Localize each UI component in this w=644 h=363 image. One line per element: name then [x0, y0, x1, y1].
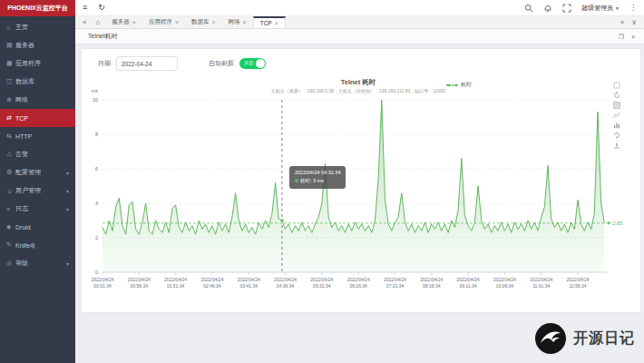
sidebar-item-告警[interactable]: ⚠ 告警 [0, 145, 75, 163]
svg-text:2022/04/24: 2022/04/24 [493, 277, 516, 282]
more-options-icon[interactable]: ⋮ [629, 4, 637, 12]
sidebar-item-日志[interactable]: ≡ 日志 ▾ [0, 200, 75, 218]
chevron-down-icon: ▾ [66, 188, 69, 194]
panel-window-controls: ❐ × [619, 34, 635, 40]
sidebar-item-icon: ⚙ [6, 169, 15, 176]
chevron-down-icon: ▾ [66, 206, 69, 212]
svg-text:2022/04/24: 2022/04/24 [384, 277, 406, 282]
sidebar-item-label: 应用程序 [15, 59, 69, 68]
svg-text:2022/04/24: 2022/04/24 [567, 277, 590, 282]
sidebar-item-icon: ⌂ [6, 25, 15, 31]
tabbar-spacer [286, 16, 617, 28]
chart-plot[interactable]: 0246810ms2022/04/2400:01:342022/04/2400:… [82, 77, 635, 295]
sidebar-item-icon: ≡ [6, 206, 15, 212]
sidebar-item-icon: ✎ [6, 241, 15, 249]
auto-refresh-toggle[interactable]: 开启 [239, 58, 266, 69]
svg-text:2022/04/24: 2022/04/24 [200, 277, 223, 282]
navbar-right: 超级管理员 ▼ ⋮ [524, 4, 637, 13]
tab-label: TCP [260, 20, 272, 26]
toggle-knob [256, 59, 265, 68]
panel-close-icon[interactable]: × [631, 34, 635, 40]
sidebar-item-icon: ▦ [6, 60, 15, 67]
sidebar-item-帮助[interactable]: ◎ 帮助 ▾ [0, 254, 75, 272]
tab-TCP[interactable]: TCP × [253, 16, 286, 28]
sidebar-item-label: 用户管理 [15, 186, 66, 195]
chevron-down-icon: ▾ [66, 170, 69, 176]
user-menu[interactable]: 超级管理员 ▼ [581, 4, 620, 13]
svg-text:00:56:34: 00:56:34 [131, 283, 149, 289]
sidebar-item-label: 配置管理 [15, 168, 66, 177]
sidebar-item-label: Knife4j [15, 242, 69, 249]
svg-text:2: 2 [95, 235, 98, 240]
sidebar-item-icon: ◈ [6, 223, 15, 231]
bell-icon[interactable] [543, 4, 552, 13]
tab-close-icon[interactable]: × [243, 19, 247, 25]
tab-close-icon[interactable]: × [211, 19, 215, 25]
sidebar-item-icon: ⚠ [6, 151, 15, 158]
refresh-icon[interactable]: ↻ [98, 4, 105, 12]
tabs-scroll-left-icon[interactable]: « [79, 16, 90, 28]
sidebar-item-Knife4j[interactable]: ✎ Knife4j [0, 236, 75, 254]
svg-text:2022/04/24: 2022/04/24 [274, 277, 297, 282]
date-input[interactable] [116, 56, 178, 71]
tabs-container: 服务器 × 应用程序 × 数据库 × 网络 × TCP × [105, 16, 285, 28]
sidebar-item-配置管理[interactable]: ⚙ 配置管理 ▾ [0, 163, 75, 182]
tabs-scroll-right-icon[interactable]: » [617, 16, 628, 28]
sidebar-item-label: 主页 [15, 23, 69, 32]
sidebar-item-label: 告警 [15, 150, 69, 159]
sidebar-item-TCP[interactable]: ⇄ TCP [0, 109, 75, 127]
fullscreen-icon[interactable] [562, 4, 571, 13]
svg-text:10:06:34: 10:06:34 [496, 283, 514, 289]
watermark: 开源日记 [534, 322, 635, 355]
svg-text:4: 4 [95, 201, 98, 206]
sidebar-item-label: HTTP [15, 133, 69, 140]
svg-text:00:01:34: 00:01:34 [93, 283, 112, 289]
svg-text:2022/04/24: 2022/04/24 [347, 277, 370, 282]
tab-网络[interactable]: 网络 × [222, 16, 253, 28]
tab-label: 数据库 [191, 18, 210, 26]
svg-text:0: 0 [95, 270, 98, 275]
search-icon[interactable] [524, 4, 533, 13]
sidebar-item-主页[interactable]: ⌂ 主页 [0, 18, 75, 36]
tab-close-icon[interactable]: × [132, 19, 136, 25]
home-tab-icon[interactable]: ⌂ [90, 16, 105, 28]
sidebar-item-icon: ☺ [6, 188, 15, 194]
tab-数据库[interactable]: 数据库 × [185, 16, 222, 28]
svg-text:11:01:34: 11:01:34 [532, 283, 550, 289]
svg-text:2022/04/24: 2022/04/24 [310, 277, 333, 282]
filter-form: 日期 自动刷新 开启 [98, 56, 266, 71]
toggle-on-text: 开启 [244, 61, 253, 65]
panel-restore-icon[interactable]: ❐ [619, 34, 624, 40]
svg-text:01:51:34: 01:51:34 [167, 283, 185, 289]
svg-text:2022/04/24: 2022/04/24 [420, 277, 443, 282]
svg-text:03:41:34: 03:41:34 [240, 283, 259, 289]
menu-fold-icon[interactable]: ≡ [83, 4, 87, 12]
app-logo: PHOENIX云监控平台 [0, 0, 75, 16]
svg-text:11:56:34: 11:56:34 [569, 283, 586, 289]
sidebar-item-用户管理[interactable]: ☺ 用户管理 ▾ [0, 182, 75, 200]
svg-text:ms: ms [92, 88, 99, 93]
tabs-menu-icon[interactable]: ∨ [628, 16, 640, 28]
sidebar-item-Druid[interactable]: ◈ Druid [0, 218, 75, 236]
svg-text:08:16:34: 08:16:34 [423, 283, 441, 289]
tab-label: 应用程序 [149, 18, 172, 26]
sidebar-item-服务器[interactable]: ▤ 服务器 [0, 36, 75, 54]
tab-close-icon[interactable]: × [275, 20, 278, 26]
sidebar-item-数据库[interactable]: ◫ 数据库 [0, 73, 75, 91]
tab-bar: « ⌂ 服务器 × 应用程序 × 数据库 × 网络 × TCP × » ∨ [75, 16, 644, 29]
bird-logo [534, 322, 567, 355]
svg-text:2022/04/24: 2022/04/24 [238, 277, 260, 282]
telnet-chart: Telnet 耗时 主机名（来源）：192.168.0.38，主机名（目的地）：… [82, 77, 640, 306]
top-navbar: ≡ ↻ 超级管理员 ▼ ⋮ [75, 0, 644, 16]
tab-close-icon[interactable]: × [175, 19, 179, 25]
sidebar-item-应用程序[interactable]: ▦ 应用程序 [0, 54, 75, 73]
sidebar-item-icon: ⊕ [6, 96, 15, 103]
sidebar-item-icon: ▤ [6, 42, 15, 49]
svg-text:2022/04/24: 2022/04/24 [91, 277, 113, 282]
sidebar-item-HTTP[interactable]: ⇆ HTTP [0, 127, 75, 145]
tab-应用程序[interactable]: 应用程序 × [142, 16, 185, 28]
sidebar-item-网络[interactable]: ⊕ 网络 [0, 91, 75, 109]
tab-服务器[interactable]: 服务器 × [105, 16, 142, 28]
svg-text:02:46:34: 02:46:34 [203, 283, 221, 289]
svg-text:07:21:34: 07:21:34 [386, 283, 405, 289]
